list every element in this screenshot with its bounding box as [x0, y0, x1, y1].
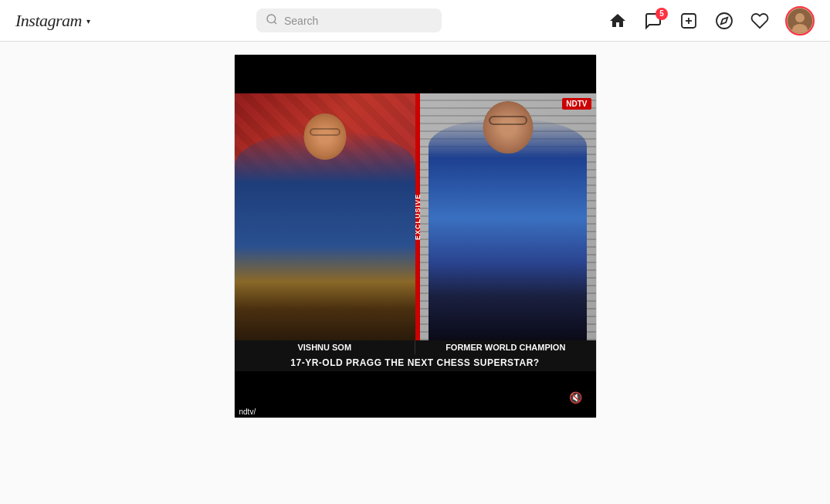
svg-line-1	[274, 22, 276, 24]
messages-icon[interactable]: 5	[643, 11, 663, 31]
search-icon	[266, 13, 278, 28]
svg-marker-6	[721, 17, 727, 23]
top-navigation-bar: Instagram ▾ 5	[0, 0, 830, 42]
video-top-black	[235, 55, 596, 93]
home-icon[interactable]	[608, 11, 628, 31]
video-left-panel	[235, 93, 415, 340]
search-bar[interactable]	[256, 8, 442, 32]
chevron-down-icon[interactable]: ▾	[86, 17, 90, 25]
host-name: VISHNU SOM	[235, 340, 416, 354]
svg-point-0	[267, 15, 276, 23]
mute-button[interactable]: 🔇	[564, 385, 588, 410]
mute-icon: 🔇	[569, 391, 582, 404]
video-frame: EXCLUSIVE NDTV	[235, 55, 596, 418]
avatar-image	[788, 8, 812, 33]
main-content: EXCLUSIVE NDTV	[0, 42, 830, 504]
video-bottom-black	[235, 371, 596, 418]
video-right-panel: NDTV	[420, 93, 596, 340]
video-content: EXCLUSIVE NDTV	[235, 93, 596, 340]
name-bar: VISHNU SOM FORMER WORLD CHAMPION	[235, 340, 596, 354]
exclusive-divider: EXCLUSIVE	[415, 93, 420, 340]
guest-title: FORMER WORLD CHAMPION	[415, 340, 596, 354]
explore-icon[interactable]	[714, 11, 734, 31]
headline-text: 17-YR-OLD PRAGG THE NEXT CHESS SUPERSTAR…	[241, 357, 590, 368]
create-icon[interactable]	[679, 11, 699, 31]
video-container[interactable]: EXCLUSIVE NDTV	[235, 55, 596, 418]
profile-avatar[interactable]	[785, 6, 815, 36]
ndtv-logo: NDTV	[562, 98, 591, 110]
instagram-logo: Instagram	[15, 11, 82, 31]
feed: EXCLUSIVE NDTV	[234, 54, 597, 492]
notifications-icon[interactable]	[750, 11, 770, 31]
messages-badge: 5	[656, 8, 668, 20]
nav-icons-group: 5	[608, 6, 815, 36]
watermark-label: ndtv/	[235, 406, 261, 418]
logo-area: Instagram ▾	[15, 11, 90, 31]
exclusive-label: EXCLUSIVE	[415, 93, 420, 340]
svg-point-8	[795, 13, 805, 22]
headline-bar: 17-YR-OLD PRAGG THE NEXT CHESS SUPERSTAR…	[235, 354, 596, 371]
post: EXCLUSIVE NDTV	[234, 54, 597, 418]
svg-point-5	[717, 13, 732, 29]
search-input[interactable]	[284, 15, 432, 27]
